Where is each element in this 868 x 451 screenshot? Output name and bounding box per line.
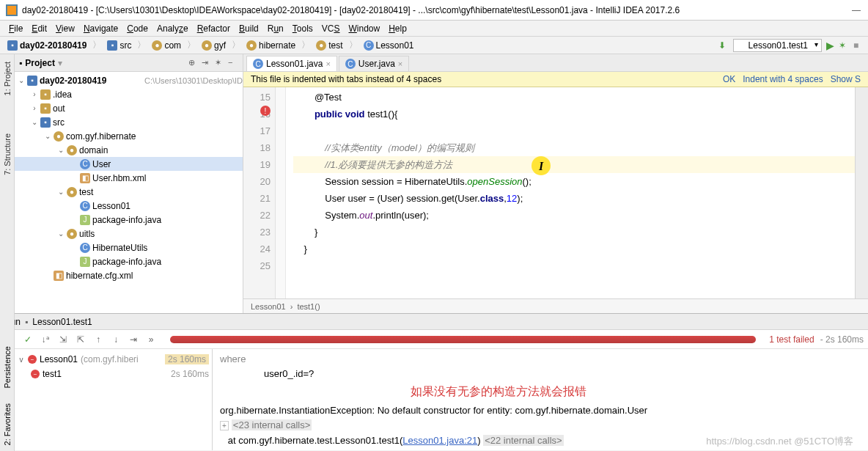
test-node[interactable]: v − Lesson01 (com.gyf.hiberi 2s 160ms [18,352,209,367]
xml-icon: ◧ [54,271,64,281]
svg-rect-1 [7,6,16,15]
class-icon: C [345,59,356,69]
progress-bar [170,336,756,343]
run-panel: Run ▪ Lesson01.test1 ▶ ✓ ↓ᵃ ⇲ ⇱ ↑ ↓ ⇥ » … [0,313,868,450]
menu-vcs[interactable]: VCS [317,22,345,35]
tab-user[interactable]: CUser.java× [339,56,409,71]
folder-blue-icon: ▪ [40,117,51,128]
menu-edit[interactable]: Edit [27,22,51,35]
menu-code[interactable]: Code [122,22,152,35]
window-title: day02-20180419 - [C:\Users\10301\Desktop… [22,5,845,15]
java-icon: J [80,215,90,225]
prev-icon[interactable]: ↑ [92,334,104,345]
debug-button[interactable]: ✶ [839,40,849,51]
menu-tools[interactable]: Tools [288,22,317,35]
banner-message: This file is indented with tabs instead … [251,74,716,84]
menu-build[interactable]: Build [235,22,263,35]
sidebar-tab-persistence[interactable]: Persistence [3,346,12,388]
menu-file[interactable]: File [4,22,27,35]
console-output[interactable]: where user0_.id=? 如果没有无参的构造方法就会报错 org.hi… [213,349,868,450]
breadcrumb: ▪day02-20180419〉 ▪src〉 ●com〉 ●gyf〉 ●hibe… [4,39,718,51]
tree-item[interactable]: Jpackage-info.java [15,213,243,227]
class-icon: C [80,201,90,211]
banner-indent-link[interactable]: Indent with 4 spaces [743,74,823,84]
scroll-from-source-icon[interactable]: ⊕ [188,58,199,68]
tree-item[interactable]: CLesson01 [15,199,243,213]
left-gutter: 1: Project 7: Structure [0,54,15,313]
project-tree[interactable]: ⌄▪day02-20180419 C:\Users\10301\Desktop\… [15,72,243,313]
export-icon[interactable]: ⇥ [128,334,139,345]
sidebar-tab-favorites[interactable]: 2: Favorites [3,403,12,445]
build-icon[interactable]: ⬇ [718,40,729,51]
run-config-name: Lesson01.test1 [32,317,92,327]
fail-icon: − [31,370,40,378]
project-label: Project [25,58,55,68]
tree-item[interactable]: ◧hibernate.cfg.xml [15,268,243,282]
collapse-icon[interactable]: ⇥ [202,58,212,68]
sidebar-tab-project[interactable]: 1: Project [1,57,13,100]
tree-item[interactable]: ⌄▪src [15,115,243,129]
pkg-icon: ● [54,131,64,142]
breadcrumb-item[interactable]: ●com [149,40,184,51]
sidebar-tab-structure[interactable]: 7: Structure [1,129,13,180]
minimize-button[interactable]: — [852,5,862,15]
menu-navigate[interactable]: Navigate [79,22,122,35]
tree-item[interactable]: ⌄●uitls [15,227,243,241]
package-icon: ● [152,40,162,51]
run-button[interactable]: ▶ [826,40,834,51]
collapse-icon[interactable]: ⇱ [75,334,87,345]
tab-lesson01[interactable]: CLesson01.java× [246,56,337,71]
breadcrumb-item[interactable]: ▪day02-20180419 [4,40,89,51]
tree-item[interactable]: ⌄●test [15,185,243,199]
menu-view[interactable]: View [51,22,79,35]
settings-icon[interactable]: ✶ [215,58,225,68]
stop-button[interactable]: ■ [853,40,864,51]
breadcrumb-item[interactable]: ●hibernate [243,40,298,51]
run-configuration-combo[interactable]: Lesson01.test1 [733,39,822,52]
breadcrumb-item[interactable]: CLesson01 [361,40,417,51]
close-icon[interactable]: × [398,59,402,68]
tree-item[interactable]: CUser [15,157,243,171]
annotation-text: 如果没有无参的构造方法就会报错 [411,384,861,399]
menu-analyze[interactable]: Analyze [152,22,193,35]
run-panel-header: Run ▪ Lesson01.test1 [0,314,868,330]
more-icon[interactable]: » [145,334,157,345]
tree-item[interactable]: ⌄▪day02-20180419 C:\Users\10301\Desktop\… [15,73,243,87]
breadcrumb-item[interactable]: ▪src [104,40,134,51]
tree-item[interactable]: ›▪out [15,101,243,115]
code-editor[interactable]: 1516171819202122232425 ! @Test public vo… [243,87,868,298]
banner-show-link[interactable]: Show S [831,74,861,84]
tree-item[interactable]: ◧User.hbm.xml [15,171,243,185]
breadcrumb-item[interactable]: ●test [313,40,345,51]
tree-item[interactable]: Jpackage-info.java [15,254,243,268]
menu-window[interactable]: Window [344,22,384,35]
fail-icon: − [28,355,37,364]
close-icon[interactable]: × [326,59,330,68]
sort-icon[interactable]: ↓ᵃ [40,334,51,345]
tree-item[interactable]: ⌄●domain [15,143,243,157]
toggle-icon[interactable]: ✓ [22,334,34,345]
menu-run[interactable]: Run [263,22,288,35]
watermark: https://blog.csdn.net @51CTO博客 [706,434,853,449]
tree-item[interactable]: ⌄●com.gyf.hibernate [15,129,243,143]
banner-ok-link[interactable]: OK [723,74,735,84]
project-icon: ▪ [19,58,22,68]
menu-refactor[interactable]: Refactor [193,22,235,35]
expand-icon[interactable]: ⇲ [57,334,69,345]
tree-item[interactable]: CHibernateUtils [15,241,243,254]
code-content[interactable]: ! @Test public void test1(){ //实体类entity… [286,87,855,298]
folder-blue-icon: ▪ [27,76,37,86]
breadcrumb-item[interactable]: ●gyf [199,40,229,51]
menu-help[interactable]: Help [384,22,411,35]
hide-icon[interactable]: − [228,58,238,68]
stack-link[interactable]: Lesson01.java:21 [402,435,477,446]
test-node[interactable]: − test1 2s 160ms [18,367,209,381]
error-gutter-icon[interactable]: ! [260,106,271,116]
tree-item[interactable]: ›▪.idea [15,87,243,101]
next-icon[interactable]: ↓ [110,334,122,345]
folder-icon: ▪ [7,40,18,51]
pkg-icon: ● [67,145,77,155]
text-cursor-icon: I [532,156,551,175]
test-tree[interactable]: v − Lesson01 (com.gyf.hiberi 2s 160ms − … [15,349,213,450]
class-icon: C [80,243,90,253]
